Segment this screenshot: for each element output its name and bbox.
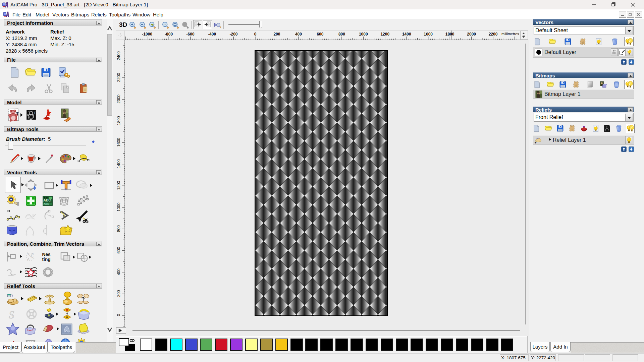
svg-text:1200: 1200 — [116, 181, 121, 190]
svg-text:800: 800 — [116, 225, 121, 232]
svg-text:1800: 1800 — [116, 116, 121, 125]
svg-text:1000: 1000 — [359, 32, 368, 37]
svg-text:2400: 2400 — [116, 51, 121, 60]
svg-text:2200: 2200 — [116, 73, 121, 82]
svg-text:1200: 1200 — [380, 32, 389, 37]
svg-text:1000: 1000 — [116, 202, 121, 212]
svg-text:ting: ting — [42, 257, 51, 262]
svg-text:ABC: ABC — [44, 202, 49, 205]
svg-text:1400: 1400 — [402, 32, 411, 37]
svg-text:1400: 1400 — [116, 159, 121, 168]
svg-text:T: T — [16, 111, 19, 116]
svg-text:1800: 1800 — [445, 32, 454, 37]
svg-text:-400: -400 — [208, 32, 216, 37]
svg-text:-600: -600 — [186, 32, 195, 37]
svg-text:2000: 2000 — [467, 32, 476, 37]
svg-text:1600: 1600 — [116, 138, 121, 147]
svg-text:0: 0 — [254, 32, 257, 37]
svg-text:1:1: 1:1 — [163, 23, 166, 25]
svg-text:2200: 2200 — [489, 32, 498, 37]
svg-text:ABC: ABC — [43, 198, 51, 202]
svg-text:-1000: -1000 — [142, 32, 152, 37]
svg-text:b: b — [48, 313, 50, 317]
svg-text:200: 200 — [273, 32, 280, 37]
svg-text:800: 800 — [338, 32, 345, 37]
svg-text:600: 600 — [116, 247, 121, 253]
svg-text:millimetres: millimetres — [501, 32, 519, 36]
svg-text:200: 200 — [116, 290, 121, 297]
svg-text:+: + — [535, 141, 537, 144]
svg-text:1600: 1600 — [424, 32, 433, 37]
svg-text:-800: -800 — [165, 32, 173, 37]
svg-text:400: 400 — [116, 268, 121, 275]
svg-text:-200: -200 — [229, 32, 237, 37]
svg-text:T: T — [34, 111, 36, 115]
svg-text:400: 400 — [295, 32, 302, 37]
svg-text:2000: 2000 — [116, 95, 121, 104]
svg-text:S: S — [9, 309, 14, 321]
svg-text:600: 600 — [317, 32, 323, 37]
svg-text:Nes: Nes — [42, 252, 51, 257]
svg-text:0: 0 — [116, 314, 121, 316]
